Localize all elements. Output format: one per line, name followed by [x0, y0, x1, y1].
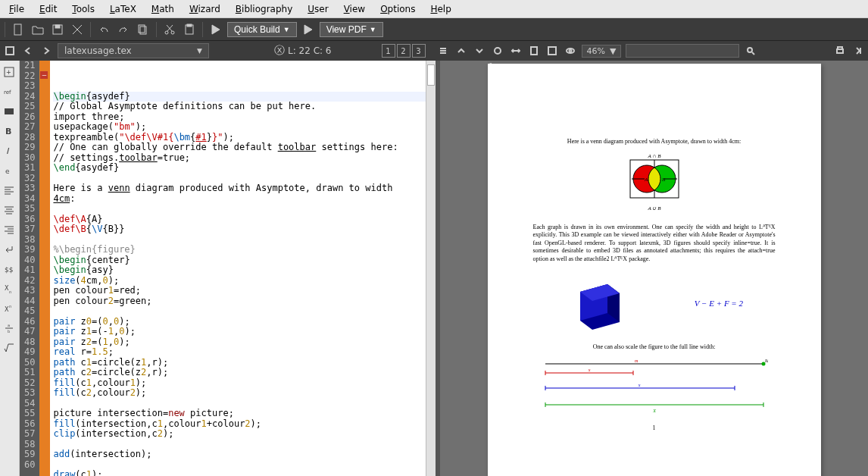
list-icon[interactable] [436, 44, 450, 58]
right-align-icon[interactable] [0, 221, 18, 239]
subscript-icon[interactable]: Xn [0, 280, 18, 298]
code-line[interactable]: // Global Asymptote definitions can be p… [53, 102, 432, 112]
code-line[interactable]: \begin{center} [53, 255, 432, 266]
ref-icon[interactable]: ref [0, 83, 18, 101]
code-line[interactable]: 4cm: [53, 194, 432, 205]
code-line[interactable] [53, 235, 432, 246]
math-inline-icon[interactable]: $$ [0, 260, 18, 278]
search-icon[interactable] [744, 44, 757, 58]
code-line[interactable]: Here is a venn diagram produced with Asy… [53, 183, 432, 194]
page-btn-2[interactable]: 2 [397, 44, 411, 58]
code-line[interactable]: fill(c2,colour2); [53, 388, 432, 399]
code-line[interactable] [53, 174, 432, 184]
menu-bibliography[interactable]: Bibliography [229, 2, 298, 16]
copy-icon[interactable] [135, 21, 151, 38]
code-line[interactable]: draw(c1); [53, 470, 432, 476]
menu-file[interactable]: File [3, 2, 30, 16]
code-line[interactable] [53, 440, 432, 450]
code-editor[interactable]: 2122232425262728293031323334353637383940… [20, 61, 440, 476]
file-selector[interactable]: latexusage.tex ▼ [58, 43, 209, 58]
code-line[interactable]: \end{asydef} [53, 163, 432, 174]
zoom-selector[interactable]: 46%▼ [582, 45, 622, 58]
menu-wizard[interactable]: Wizard [183, 2, 226, 16]
code-line[interactable]: real r=1.5; [53, 347, 432, 358]
refresh-icon[interactable] [491, 44, 504, 58]
code-line[interactable]: clip(intersection,c2); [53, 429, 432, 440]
undo-icon[interactable] [95, 21, 112, 38]
emph-icon[interactable]: e [0, 161, 18, 180]
code-line[interactable]: \begin{asy} [53, 265, 432, 276]
fold-marker[interactable]: – [40, 71, 48, 79]
scrollbar-thumb[interactable] [427, 64, 435, 86]
label-icon[interactable] [0, 102, 18, 121]
redo-icon[interactable] [115, 21, 132, 38]
code-line[interactable]: pair z1=(-1,0); [53, 327, 432, 337]
italic-icon[interactable]: I [0, 142, 18, 160]
paste-icon[interactable] [181, 21, 198, 38]
code-line[interactable] [53, 460, 432, 471]
page-btn-3[interactable]: 3 [412, 44, 426, 58]
newline-icon[interactable] [0, 240, 18, 258]
code-line[interactable]: pair z2=(1,0); [53, 337, 432, 348]
code-line[interactable] [53, 306, 432, 317]
pdf-page[interactable]: Here is a venn diagram produced with Asy… [488, 64, 821, 476]
sqrt-icon[interactable] [0, 339, 18, 357]
view-pdf-button[interactable]: View PDF▼ [320, 22, 383, 37]
code-line[interactable]: picture intersection=new picture; [53, 409, 432, 419]
menu-math[interactable]: Math [145, 2, 180, 16]
menu-edit[interactable]: Edit [33, 2, 63, 16]
code-line[interactable]: path c2=circle(z2,r); [53, 368, 432, 378]
menu-tools[interactable]: Tools [66, 2, 101, 16]
code-line[interactable]: // One can globally override the default… [53, 142, 432, 153]
down-icon[interactable] [473, 44, 486, 58]
bold-icon[interactable]: B [0, 122, 18, 140]
frac-icon[interactable]: ab [0, 319, 18, 337]
editor-scrollbar[interactable] [426, 61, 436, 476]
print-icon[interactable] [833, 44, 847, 58]
code-line[interactable]: // settings.toolbar=true; [53, 153, 432, 164]
code-area[interactable]: \begin{asydef}// Global Asymptote defini… [50, 61, 436, 476]
nav-back-icon[interactable] [21, 44, 35, 58]
code-line[interactable]: pair z0=(0,0); [53, 317, 432, 327]
structure-icon[interactable] [3, 44, 17, 58]
code-line[interactable]: usepackage("bm"); [53, 122, 432, 133]
code-line[interactable]: %\begin{figure} [53, 245, 432, 255]
page-btn-1[interactable]: 1 [382, 44, 395, 58]
menu-options[interactable]: Options [374, 2, 421, 16]
code-line[interactable]: pen colour1=red; [53, 286, 432, 296]
save-icon[interactable] [49, 21, 66, 38]
new-doc-icon[interactable] [10, 21, 27, 38]
close-icon[interactable] [69, 21, 86, 38]
run-icon[interactable] [208, 21, 224, 38]
code-line[interactable]: add(intersection); [53, 449, 432, 460]
menu-user[interactable]: User [301, 2, 334, 16]
superscript-icon[interactable]: Xn [0, 299, 18, 318]
code-line[interactable] [53, 204, 432, 215]
collapse-right-icon[interactable] [851, 44, 865, 58]
center-align-icon[interactable] [0, 201, 18, 219]
eye-icon[interactable] [564, 44, 577, 58]
code-line[interactable]: texpreamble("\def\V#1{\bm{#1}}"); [53, 133, 432, 143]
code-line[interactable]: path c1=circle(z1,r); [53, 358, 432, 368]
code-line[interactable]: fill(intersection,c1,colour1+colour2); [53, 419, 432, 430]
close-marker-icon[interactable]: ⓧ [274, 44, 285, 58]
view-run-icon[interactable] [300, 21, 317, 38]
code-line[interactable]: \begin{asydef} [53, 92, 432, 102]
code-line[interactable]: \def\B{\V{B}} [53, 224, 432, 235]
up-icon[interactable] [454, 44, 468, 58]
part-icon[interactable]: + [0, 63, 18, 81]
code-line[interactable] [53, 81, 432, 92]
code-line[interactable]: fill(c1,colour1); [53, 378, 432, 389]
search-input[interactable] [626, 44, 739, 58]
code-line[interactable]: pen colour2=green; [53, 296, 432, 307]
cut-icon[interactable] [161, 21, 178, 38]
nav-fwd-icon[interactable] [39, 44, 53, 58]
menu-latex[interactable]: LaTeX [104, 2, 142, 16]
code-line[interactable]: import three; [53, 112, 432, 123]
code-line[interactable] [53, 399, 432, 409]
quick-build-button[interactable]: Quick Build▼ [227, 22, 297, 37]
code-line[interactable]: size(4cm,0); [53, 276, 432, 287]
left-align-icon[interactable] [0, 181, 18, 199]
menu-view[interactable]: View [338, 2, 371, 16]
open-icon[interactable] [30, 21, 46, 38]
